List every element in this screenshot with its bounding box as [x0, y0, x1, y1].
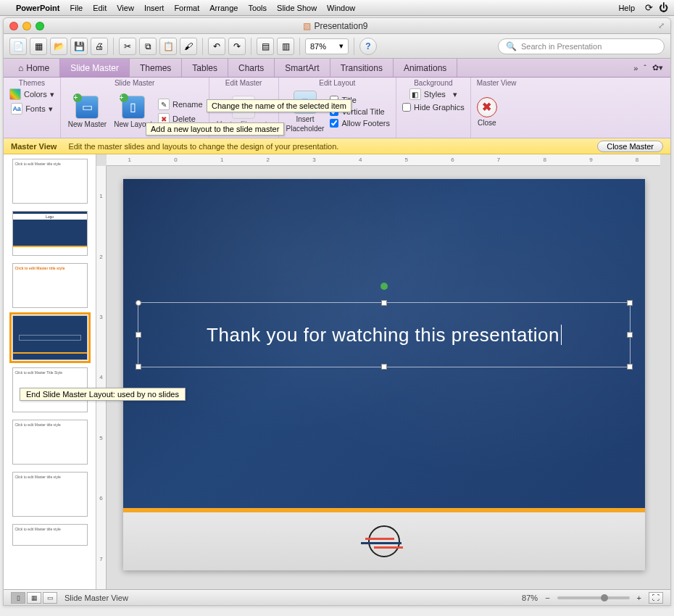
resize-handle-bm[interactable] [381, 364, 387, 370]
zoom-slider[interactable] [557, 596, 630, 599]
thumbnail-6[interactable]: Click to edit Master title style [12, 420, 88, 465]
new-master-button[interactable]: ▭+ New Master [67, 94, 108, 130]
search-icon: 🔍 [506, 41, 517, 51]
print-button[interactable]: 🖨 [91, 38, 108, 55]
close-master-view-button[interactable]: ✖ Close [477, 97, 497, 127]
tab-themes[interactable]: Themes [130, 59, 182, 77]
title-textbox[interactable]: Thank you for watching this presentation [138, 302, 631, 367]
zoom-in-button[interactable]: + [637, 594, 641, 602]
window-minimize-button[interactable] [22, 22, 31, 30]
menubar-sync-icon[interactable]: ⟳ [645, 2, 653, 13]
menu-slideshow[interactable]: Slide Show [277, 4, 317, 12]
zoom-combo[interactable]: 87%▾ [305, 38, 349, 54]
close-master-button[interactable]: Close Master [597, 141, 663, 152]
redo-button[interactable]: ↷ [228, 38, 246, 55]
styles-dropdown[interactable]: ◧Styles ▾ [409, 88, 457, 100]
zoom-slider-knob[interactable] [601, 594, 608, 602]
logo-icon [361, 527, 407, 556]
menu-file[interactable]: File [70, 4, 83, 12]
resize-handle-tm[interactable] [381, 300, 387, 306]
resize-handle-bl[interactable] [136, 364, 141, 370]
thumbnail-1[interactable]: Click to edit Master title style [12, 159, 88, 204]
save-button[interactable]: 💾 [70, 38, 88, 55]
search-field[interactable]: 🔍 Search in Presentation [498, 38, 665, 54]
resize-handle-ml[interactable] [136, 332, 141, 338]
new-button[interactable]: 📄 [9, 38, 27, 55]
tab-home[interactable]: Home [8, 59, 60, 77]
menu-edit[interactable]: Edit [93, 4, 107, 12]
hide-graphics-checkbox[interactable]: Hide Graphics [402, 103, 465, 112]
status-zoom-label: 87% [522, 594, 538, 602]
tab-transitions[interactable]: Transitions [330, 59, 394, 77]
fonts-dropdown[interactable]: AaFonts ▾ [11, 103, 53, 115]
resize-handle-br[interactable] [627, 364, 633, 370]
rotate-handle[interactable] [380, 283, 388, 290]
menu-format[interactable]: Format [174, 4, 199, 12]
window-zoom-button[interactable] [36, 22, 44, 30]
ribbon-body: Themes Colors ▾ AaFonts ▾ Slide Master ▭… [4, 78, 670, 138]
tooltip-rename: Change the name of the selected item [207, 99, 351, 112]
ribbon-settings-icon[interactable]: ✿▾ [652, 63, 663, 72]
thumbnail-7[interactable]: Click to edit Master title style [12, 472, 88, 517]
slide[interactable]: Thank you for watching this presentation [123, 179, 645, 570]
zoom-out-button[interactable]: − [545, 594, 549, 602]
thumbnail-panel[interactable]: Click to edit Master title style Logo Cl… [4, 154, 96, 589]
tab-smartart[interactable]: SmartArt [275, 59, 330, 77]
menu-help[interactable]: Help [618, 4, 635, 12]
fit-to-window-button[interactable]: ⛶ [649, 592, 663, 604]
resize-handle-tr[interactable] [627, 300, 633, 306]
fullscreen-icon[interactable]: ⤢ [627, 21, 670, 30]
ribbon-collapse-icon[interactable]: ˆ [644, 64, 646, 72]
layout-tooltip: End Slide Master Layout: used by no slid… [20, 388, 186, 401]
styles-icon: ◧ [409, 88, 421, 100]
mac-menu-bar: PowerPoint File Edit View Insert Format … [0, 0, 674, 16]
copy-button[interactable]: ⧉ [139, 38, 157, 55]
menu-arrange[interactable]: Arrange [209, 4, 238, 12]
colors-dropdown[interactable]: Colors ▾ [9, 88, 54, 100]
slide-canvas[interactable]: Thank you for watching this presentation [112, 172, 656, 582]
cut-button[interactable]: ✂ [119, 38, 136, 55]
template-button[interactable]: ▦ [30, 38, 47, 55]
tab-animations[interactable]: Animations [394, 59, 457, 77]
tab-slide-master[interactable]: Slide Master [60, 59, 130, 77]
resize-handle-mr[interactable] [627, 332, 633, 338]
ribbon-group-master-view: Master View ✖ Close [471, 78, 523, 138]
thumbnail-8[interactable]: Click to edit Master title style [12, 524, 88, 546]
menu-view[interactable]: View [117, 4, 134, 12]
tab-tables[interactable]: Tables [182, 59, 228, 77]
status-bar: ▯ ▦ ▭ Slide Master View 87% − + ⛶ [4, 589, 670, 605]
window-title: ▧Presentation9 [44, 21, 627, 31]
resize-handle-tl[interactable] [136, 300, 141, 306]
format-painter-button[interactable]: 🖌 [180, 38, 197, 55]
info-bar-message: Edit the master slides and layouts to ch… [68, 142, 338, 151]
menu-window[interactable]: Window [327, 4, 355, 12]
master-view-info-bar: Master View Edit the master slides and l… [4, 138, 670, 154]
vertical-ruler: 1234567 [96, 166, 107, 589]
normal-view-button[interactable]: ▯ [11, 592, 25, 604]
horizontal-ruler: 101234567898 [107, 154, 660, 166]
sorter-view-button[interactable]: ▦ [27, 592, 41, 604]
ribbon-overflow-icon[interactable]: » [633, 64, 638, 72]
app-menu[interactable]: PowerPoint [16, 4, 60, 12]
fonts-icon: Aa [11, 103, 22, 115]
help-button[interactable]: ? [359, 38, 377, 55]
thumbnail-2[interactable]: Logo [12, 211, 88, 256]
section-button[interactable]: ▥ [277, 38, 294, 55]
thumbnail-3[interactable]: Click to edit Master title style [12, 263, 88, 308]
allow-footers-checkbox[interactable]: Allow Footers [330, 119, 390, 128]
menubar-power-icon[interactable]: ⏻ [659, 2, 668, 13]
slideshow-view-button[interactable]: ▭ [43, 592, 57, 604]
menu-tools[interactable]: Tools [248, 4, 267, 12]
thumbnail-4-selected[interactable] [12, 315, 88, 360]
new-slide-button[interactable]: ▤ [257, 38, 274, 55]
title-bar: ▧Presentation9 ⤢ [4, 18, 670, 34]
rename-button[interactable]: ✎Rename [158, 99, 203, 110]
open-button[interactable]: 📂 [50, 38, 67, 55]
undo-button[interactable]: ↶ [208, 38, 225, 55]
window-close-button[interactable] [9, 22, 18, 30]
slide-title-text[interactable]: Thank you for watching this presentation [207, 324, 559, 346]
paste-button[interactable]: 📋 [159, 38, 177, 55]
menu-insert[interactable]: Insert [144, 4, 165, 12]
tab-charts[interactable]: Charts [228, 59, 275, 77]
ribbon-group-themes: Themes Colors ▾ AaFonts ▾ [4, 78, 61, 138]
